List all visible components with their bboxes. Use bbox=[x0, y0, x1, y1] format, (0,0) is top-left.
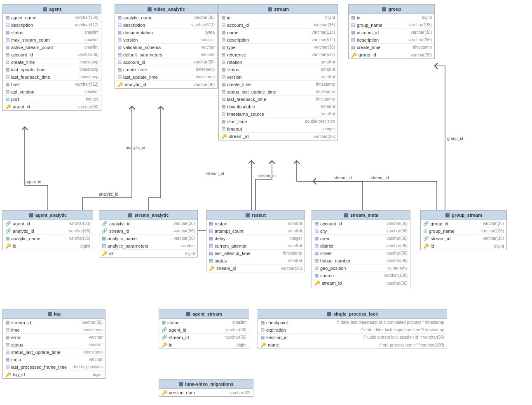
field-name-text: rotation bbox=[227, 60, 242, 65]
pk-icon: 🔑 bbox=[5, 243, 11, 249]
table-header-stream_meta: ▦ stream_meta bbox=[312, 211, 410, 220]
table-row: ▤last_feedback_timetimestamp bbox=[3, 73, 101, 81]
field-icon: ▤ bbox=[221, 96, 225, 102]
field-name-text: stream_id bbox=[109, 229, 129, 234]
table-icon: ▦ bbox=[186, 311, 190, 317]
table-agent_analytic: ▦ agent_analytic🔗agent_idvarchar(36)🔗ana… bbox=[2, 210, 93, 250]
field-name: ▤geo_position bbox=[314, 265, 346, 271]
table-row: 🔑idbigint bbox=[3, 242, 93, 250]
table-row: ▤group_namevarchar(128) bbox=[349, 21, 434, 29]
field-name: ▤current_attempt bbox=[209, 243, 246, 248]
table-row: ▤group_namevarchar(128) bbox=[421, 227, 506, 235]
table-icon: ▦ bbox=[147, 6, 152, 12]
field-icon: ▤ bbox=[117, 52, 122, 57]
table-row: ▤idbigint bbox=[219, 14, 337, 21]
field-type-text: varchar(36) bbox=[77, 105, 98, 109]
table-icon: ▦ bbox=[245, 212, 250, 218]
field-type-text: timestamp bbox=[80, 60, 98, 64]
field-type-text: integer bbox=[322, 126, 335, 131]
field-name-text: session_id bbox=[266, 335, 288, 340]
field-name-text: id bbox=[227, 15, 231, 20]
field-icon: ▤ bbox=[5, 67, 9, 72]
field-icon: ▤ bbox=[117, 30, 122, 35]
field-name: ▤restart bbox=[209, 221, 227, 226]
field-name: ▤timestamp_source bbox=[221, 111, 264, 117]
field-type-text: smallint bbox=[84, 30, 98, 35]
table-agent_stream: ▦ agent_stream▤statussmallint🔗agent_idva… bbox=[159, 309, 249, 349]
field-name: ▤status bbox=[5, 342, 23, 347]
field-name: ▤group_name bbox=[423, 228, 455, 234]
field-icon: ▤ bbox=[5, 320, 9, 325]
field-name: ▤version bbox=[117, 37, 138, 42]
field-icon: ▤ bbox=[221, 52, 225, 57]
field-type-text: varchar(36) bbox=[411, 53, 432, 57]
table-row: 🔗stream_idvarchar(36) bbox=[421, 235, 506, 242]
field-name: ▤source bbox=[314, 273, 334, 278]
field-name-text: group_id bbox=[359, 52, 376, 57]
table-single_process_lock: ▦ single_process_lock▤checkpoint/* date:… bbox=[258, 309, 447, 349]
field-icon: ▤ bbox=[221, 59, 225, 65]
field-name-text: start_time bbox=[227, 119, 247, 124]
table-stream: ▦ stream▤idbigint▤account_idvarchar(36)▤… bbox=[218, 4, 338, 140]
fk-icon: 🔗 bbox=[423, 221, 429, 226]
field-name: ▤last_feedback_time bbox=[221, 96, 266, 102]
field-name-text: stream_id bbox=[11, 320, 31, 325]
field-name: ▤create_time bbox=[5, 59, 35, 65]
field-type-text: varchar(36) bbox=[194, 15, 215, 20]
field-type-text: varchar(36) bbox=[483, 221, 504, 226]
field-type-text: varchar(256) bbox=[408, 37, 432, 42]
field-name: ▤account_id bbox=[221, 22, 249, 28]
field-icon: ▤ bbox=[5, 59, 9, 65]
field-type-text: varchar(36) bbox=[77, 52, 98, 57]
table-row: ▤statussmallint bbox=[3, 341, 105, 349]
field-name-text: stream_id bbox=[229, 134, 248, 139]
field-name: ▤stream_id bbox=[5, 320, 31, 325]
field-type-text: varchar(36) bbox=[174, 229, 195, 233]
table-title: group_stream bbox=[452, 213, 482, 218]
svg-text:stream_id: stream_id bbox=[334, 176, 352, 180]
field-name: ▤name bbox=[221, 30, 239, 35]
table-row: 🔑idbigint bbox=[421, 242, 506, 250]
field-type-text: varchar(36) bbox=[387, 229, 408, 233]
table-title: agent_stream bbox=[192, 311, 222, 316]
field-icon: ▤ bbox=[5, 96, 9, 102]
field-icon: ▤ bbox=[209, 228, 213, 234]
field-name-text: account_id bbox=[357, 30, 379, 35]
table-row: 🔑log_idbigint bbox=[3, 371, 105, 378]
field-name: ▤error bbox=[5, 335, 21, 340]
table-row: ▤geo_positiongeography bbox=[312, 265, 410, 272]
field-name-text: description bbox=[227, 37, 249, 42]
field-name-text: api_version bbox=[11, 89, 34, 94]
svg-text:analytic_id: analytic_id bbox=[99, 192, 118, 197]
table-stream_meta: ▦ stream_meta▤account_idvarchar(36)▤city… bbox=[312, 210, 410, 287]
field-name-text: group_name bbox=[357, 23, 382, 28]
table-row: ▤analytic_parametersvarchar bbox=[99, 242, 197, 250]
field-name: ▤api_version bbox=[5, 89, 34, 94]
field-name-text: id bbox=[169, 342, 173, 347]
field-name-text: analytic_id bbox=[125, 82, 146, 87]
diagram-container: agent_id analytic_id stream_id stream_id… bbox=[0, 0, 532, 405]
field-type-text: timestamp bbox=[80, 67, 98, 72]
field-icon: ▤ bbox=[117, 37, 122, 42]
table-title: agent bbox=[49, 7, 61, 12]
field-name-text: create_time bbox=[11, 60, 35, 65]
svg-text:stream_id: stream_id bbox=[206, 171, 224, 176]
field-icon: ▤ bbox=[221, 126, 225, 131]
table-header-stream_analytic: ▦ stream_analytic bbox=[99, 211, 197, 220]
table-row: 🔑name/* str: process name */ varchar(100… bbox=[258, 341, 447, 349]
table-row: ▤portinteger bbox=[3, 96, 101, 103]
table-header-restart: ▦ restart bbox=[206, 211, 305, 220]
field-icon: ▤ bbox=[5, 37, 9, 42]
table-row: 🔑stream_idvarchar(36) bbox=[312, 279, 410, 287]
field-type-text: smallint bbox=[201, 37, 215, 42]
field-icon: ▤ bbox=[5, 364, 9, 370]
field-name: 🔑stream_id bbox=[314, 281, 342, 286]
table-header-single_process_lock: ▦ single_process_lock bbox=[258, 309, 447, 319]
table-row: ▤delayinteger bbox=[206, 235, 305, 242]
field-type-text: varchar(128) bbox=[75, 15, 98, 20]
pk-icon: 🔑 bbox=[117, 82, 123, 87]
field-name-text: stream_id bbox=[216, 266, 236, 271]
pk-icon: 🔑 bbox=[221, 134, 227, 139]
field-name-text: reference bbox=[227, 52, 246, 57]
field-name: ▤account_id bbox=[351, 30, 379, 35]
